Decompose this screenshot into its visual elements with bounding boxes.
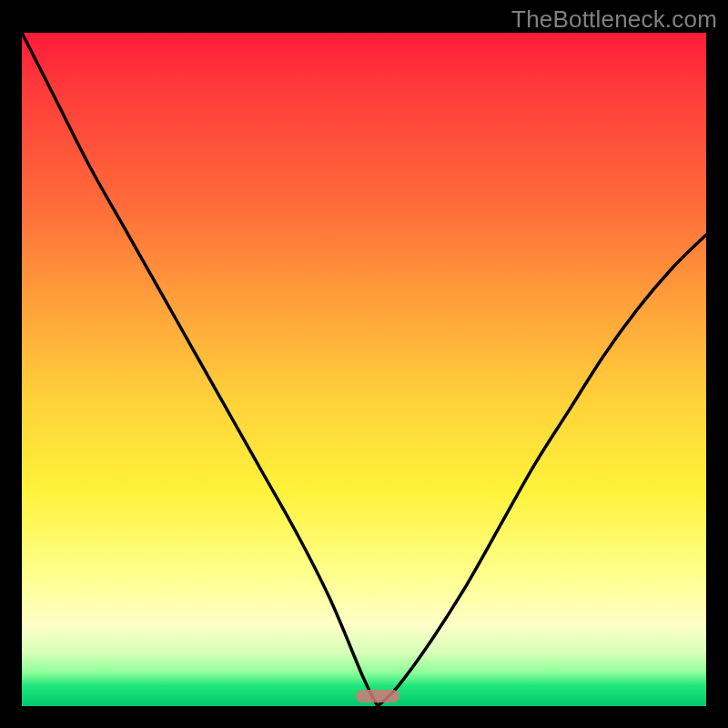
bottleneck-curve (22, 33, 706, 706)
chart-frame: TheBottleneck.com (0, 0, 728, 728)
watermark-text: TheBottleneck.com (511, 5, 717, 34)
optimal-marker (356, 690, 399, 703)
plot-area (22, 33, 706, 706)
